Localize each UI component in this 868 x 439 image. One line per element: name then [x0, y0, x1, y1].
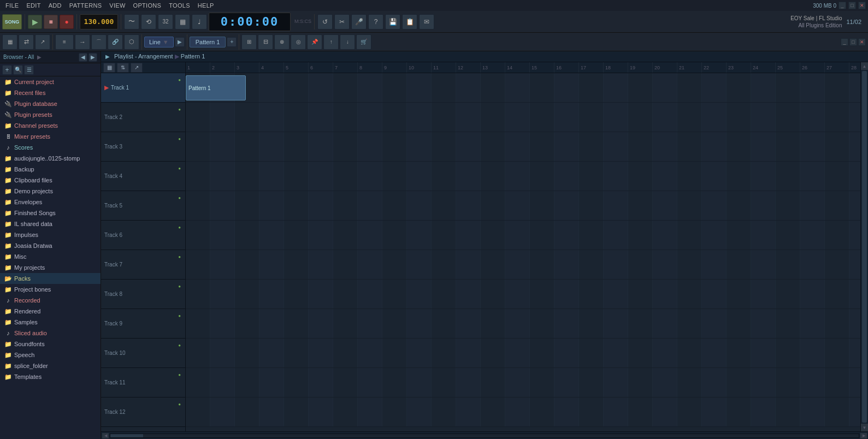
playlist-btn[interactable]: ≡ [55, 34, 74, 50]
browser-item-audiojungle[interactable]: 📁 audiojungle..0125-stomp [0, 153, 101, 164]
mute-btn[interactable]: ⊗ [274, 34, 290, 50]
grid-row-6[interactable] [186, 221, 860, 250]
browser-item-scores[interactable]: ♪ Scores [0, 142, 101, 153]
grid-row-7[interactable] [186, 250, 860, 280]
browser-item-recent-files[interactable]: 📁 Recent files [0, 87, 101, 98]
playlist-vscroll[interactable]: ▲ ▼ [860, 62, 868, 431]
step-seq-btn[interactable]: ⇄ [19, 34, 34, 50]
track-beat-btn[interactable]: ▦ [103, 63, 115, 73]
grid-row-11[interactable] [186, 368, 860, 398]
song-mode-button[interactable]: SONG [2, 14, 22, 29]
pattern-name-button[interactable]: Pattern 1 [190, 37, 226, 48]
win-maximize[interactable]: □ [848, 2, 856, 9]
grid-row-12[interactable] [186, 398, 860, 427]
browser-item-packs[interactable]: 📂 Packs [0, 273, 101, 284]
browser-item-current-project[interactable]: 📁 Current project [0, 76, 101, 87]
browser-item-joasia[interactable]: 📁 Joasia Dratwa [0, 240, 101, 251]
browser-item-sliced-audio[interactable]: ♪ Sliced audio [0, 328, 101, 339]
grid-row-10[interactable] [186, 339, 860, 368]
stamp-btn[interactable]: ⬡ [124, 34, 139, 50]
piano-roll-btn[interactable]: ↗ [35, 34, 50, 50]
line-mode-button[interactable]: Line ▼ [144, 37, 174, 48]
grid-row-5[interactable] [186, 191, 860, 221]
playlist-win-min[interactable]: _ [841, 38, 848, 46]
grid-row-3[interactable] [186, 132, 860, 162]
scroll-down-btn[interactable]: ▼ [861, 424, 868, 431]
grid-row-4[interactable] [186, 162, 860, 191]
browser-item-project-bones[interactable]: 📁 Project bones [0, 284, 101, 295]
browser-add-btn[interactable]: + [2, 65, 12, 75]
menu-edit[interactable]: EDIT [23, 2, 44, 9]
hscroll-left-btn[interactable]: ◀ [102, 433, 109, 438]
browser-item-recorded[interactable]: ♪ Recorded [0, 295, 101, 306]
browser-item-demo[interactable]: 📁 Demo projects [0, 186, 101, 197]
menu-options[interactable]: OPTIONS [130, 2, 165, 9]
win-close[interactable]: ✕ [858, 2, 866, 9]
group-btn[interactable]: ⊟ [258, 34, 273, 50]
tempo-display[interactable]: 130.000 [80, 14, 118, 29]
browser-item-plugin-presets[interactable]: 🔌 Plugin presets [0, 109, 101, 120]
browser-item-channel-presets[interactable]: 📁 Channel presets [0, 120, 101, 131]
curve-btn[interactable]: ⌒ [91, 34, 107, 50]
scroll-up-btn[interactable]: ▲ [861, 62, 868, 70]
toolbar-msg-btn[interactable]: ✉ [419, 14, 434, 29]
browser-item-splice[interactable]: 📁 splice_folder [0, 360, 101, 371]
pin-btn[interactable]: 📌 [307, 34, 322, 50]
menu-view[interactable]: VIEW [106, 2, 128, 9]
record-button[interactable]: ● [60, 15, 74, 29]
menu-patterns[interactable]: PATTERNS [66, 2, 105, 9]
browser-item-finished-songs[interactable]: 📁 Finished Songs [0, 207, 101, 218]
snap-btn[interactable]: ⊞ [241, 34, 257, 50]
mode-arrow-btn[interactable]: ▶ [175, 37, 185, 47]
track-link-btn[interactable]: ↗ [131, 63, 143, 73]
browser-item-rendered[interactable]: 📁 Rendered [0, 306, 101, 317]
play-button[interactable]: ▶ [28, 15, 42, 29]
browser-list-btn[interactable]: ☰ [24, 65, 34, 75]
track-arrows-btn[interactable]: ⇅ [117, 63, 129, 73]
toolbar-save-btn[interactable]: 💾 [385, 14, 400, 29]
toolbar-wave-btn[interactable]: 〜 [124, 14, 139, 29]
toolbar-mic-btn[interactable]: 🎤 [351, 14, 367, 29]
menu-help[interactable]: HELP [194, 2, 217, 9]
toolbar-beat-btn[interactable]: ▦ [175, 14, 190, 29]
browser-item-misc[interactable]: 📁 Misc [0, 251, 101, 262]
grid-area[interactable]: 1234567891011121314151617181920212223242… [186, 62, 860, 431]
browser-item-samples[interactable]: 📁 Samples [0, 317, 101, 328]
solo-btn[interactable]: ◎ [291, 34, 306, 50]
browser-item-templates[interactable]: 📁 Templates [0, 371, 101, 382]
stop-button[interactable]: ■ [44, 15, 58, 29]
browser-item-speech[interactable]: 📁 Speech [0, 349, 101, 360]
arrow-r-btn[interactable]: → [75, 34, 90, 50]
toolbar-help-btn[interactable]: ? [368, 14, 383, 29]
menu-tools[interactable]: TOOLS [166, 2, 193, 9]
hscroll-track[interactable] [110, 434, 859, 438]
hscroll-right-btn[interactable]: ▶ [860, 433, 867, 438]
playlist-win-close[interactable]: ✕ [858, 38, 866, 46]
export-btn[interactable]: ↑ [323, 34, 339, 50]
grid-row-9[interactable] [186, 309, 860, 339]
grid-row-1[interactable]: Pattern 1 [186, 73, 860, 103]
pattern-add-btn[interactable]: + [227, 37, 237, 47]
playlist-hscroll[interactable]: ◀ ▶ [101, 431, 868, 439]
import-btn[interactable]: ↓ [340, 34, 355, 50]
toolbar-loop-btn[interactable]: ⟲ [141, 14, 156, 29]
pattern-block-1[interactable]: Pattern 1 [186, 75, 246, 100]
browser-item-backup[interactable]: 📁 Backup [0, 164, 101, 175]
browser-item-plugin-db[interactable]: 🔌 Plugin database [0, 98, 101, 109]
browser-item-il-shared[interactable]: 📁 IL shared data [0, 218, 101, 229]
menu-add[interactable]: ADD [45, 2, 65, 9]
browser-item-my-projects[interactable]: 📁 My projects [0, 262, 101, 273]
browser-fwd-btn[interactable]: ▶ [88, 53, 97, 62]
win-minimize[interactable]: _ [839, 2, 846, 9]
toolbar-clap-btn[interactable]: ♩ [192, 14, 207, 29]
toolbar-32-btn[interactable]: 32 [158, 14, 173, 29]
browser-item-clipboard[interactable]: 📁 Clipboard files [0, 175, 101, 186]
scroll-thumb[interactable] [862, 71, 867, 423]
browser-item-impulses[interactable]: 📁 Impulses [0, 229, 101, 240]
grid-row-8[interactable] [186, 280, 860, 309]
toolbar-restart-btn[interactable]: ↺ [317, 14, 333, 29]
playlist-win-max[interactable]: □ [849, 38, 857, 46]
cart-btn[interactable]: 🛒 [356, 34, 371, 50]
toolbar-cut-btn[interactable]: ✂ [334, 14, 350, 29]
grid-row-2[interactable] [186, 103, 860, 132]
